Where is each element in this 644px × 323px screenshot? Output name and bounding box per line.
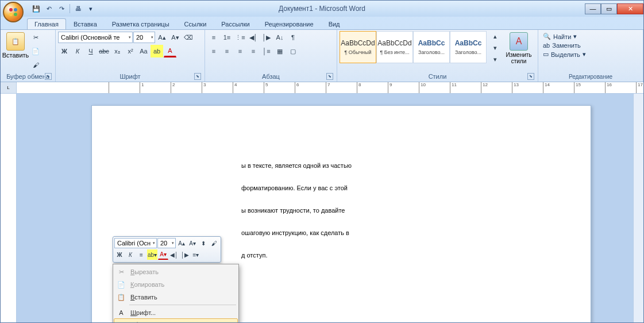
- mini-italic[interactable]: К: [125, 249, 136, 260]
- paragraph-launcher[interactable]: ⬊: [326, 73, 333, 80]
- qat-sep: [70, 4, 70, 13]
- bullets-button[interactable]: ≡: [207, 31, 220, 44]
- highlight-button[interactable]: ab: [151, 45, 163, 57]
- ribbon: 📋 Вставить ✂ 📄 🖌 Буфер обмена⬊ Calibri (…: [1, 29, 643, 82]
- tab-layout[interactable]: Разметка страницы: [105, 18, 177, 29]
- qat-save[interactable]: 💾: [30, 3, 42, 14]
- bold-button[interactable]: Ж: [58, 45, 71, 57]
- superscript-button[interactable]: x²: [124, 45, 137, 57]
- qat-undo[interactable]: ↶: [43, 3, 55, 14]
- shrink-font[interactable]: A▾: [169, 31, 182, 44]
- italic-button[interactable]: К: [71, 45, 84, 57]
- styles-more[interactable]: ▾: [489, 54, 502, 64]
- clipboard-launcher[interactable]: ⬊: [45, 73, 52, 80]
- context-menu-item[interactable]: AШрифт...: [114, 306, 237, 319]
- svg-point-0: [9, 8, 13, 11]
- align-center[interactable]: ≡: [221, 45, 233, 57]
- qat-redo[interactable]: ↷: [56, 3, 67, 14]
- mini-painter[interactable]: 🖌: [209, 238, 219, 248]
- numbering-button[interactable]: 1≡: [221, 31, 233, 44]
- font-launcher[interactable]: ⬊: [194, 73, 201, 80]
- tab-review[interactable]: Рецензирование: [257, 18, 321, 29]
- align-left[interactable]: ≡: [207, 45, 220, 57]
- sort-button[interactable]: A↓: [273, 31, 286, 44]
- underline-button[interactable]: Ч: [84, 45, 97, 57]
- line-spacing[interactable]: │≡: [260, 45, 273, 57]
- mini-dedent[interactable]: ◀│: [169, 249, 179, 260]
- tab-references[interactable]: Ссылки: [177, 18, 214, 29]
- mini-styles[interactable]: ⬍: [198, 238, 209, 248]
- styles-launcher[interactable]: ⬊: [527, 73, 534, 80]
- vertical-scrollbar[interactable]: [633, 94, 643, 322]
- cut-button[interactable]: ✂: [29, 31, 42, 44]
- copy-button[interactable]: 📄: [29, 45, 42, 57]
- decrease-indent[interactable]: ◀│: [247, 31, 260, 44]
- font-name-combo[interactable]: Calibri (Основной те▾: [58, 32, 133, 43]
- context-menu-item[interactable]: 📋Вставить: [114, 291, 237, 303]
- paste-button[interactable]: 📋 Вставить: [3, 31, 28, 60]
- svg-point-1: [14, 8, 17, 11]
- multilevel-button[interactable]: ⋮≡: [234, 31, 246, 44]
- increase-indent[interactable]: │▶: [260, 31, 273, 44]
- context-menu-icon: 📋: [115, 292, 127, 302]
- ribbon-tabs: Главная Вставка Разметка страницы Ссылки…: [1, 17, 643, 29]
- borders-button[interactable]: ▢: [287, 45, 299, 57]
- horizontal-ruler-area: L 1234567891011121314151617: [1, 82, 643, 94]
- window-controls: — ▭ ✕: [585, 3, 643, 14]
- tab-insert[interactable]: Вставка: [66, 18, 105, 29]
- qat-print[interactable]: 🖶: [72, 3, 84, 14]
- font-color-button[interactable]: A: [164, 45, 176, 57]
- styles-row-up[interactable]: ▴: [489, 31, 502, 41]
- find-button[interactable]: 🔍Найти ▾: [542, 32, 587, 41]
- find-icon: 🔍: [543, 33, 551, 40]
- mini-indent[interactable]: │▶: [180, 249, 190, 260]
- style-heading2[interactable]: AaBbCcЗаголово...: [450, 31, 487, 63]
- mini-size-combo[interactable]: 20▾: [157, 238, 176, 248]
- subscript-button[interactable]: x₂: [111, 45, 124, 57]
- mini-highlight[interactable]: ab▾: [147, 249, 157, 260]
- app-window: 💾 ↶ ↷ 🖶 ▾ Документ1 - Microsoft Word — ▭…: [0, 0, 644, 323]
- style-heading1[interactable]: AaBbCcЗаголово...: [413, 31, 450, 63]
- vertical-ruler[interactable]: [1, 94, 17, 322]
- mini-font-combo[interactable]: Calibri (Осн▾: [114, 238, 157, 248]
- context-menu-item[interactable]: ¶Абзац...: [114, 318, 238, 322]
- context-menu-icon: ¶: [115, 320, 127, 322]
- tab-mailings[interactable]: Рассылки: [214, 18, 257, 29]
- qat-customize[interactable]: ▾: [85, 3, 97, 14]
- context-menu-label: Копировать: [130, 281, 164, 288]
- window-title: Документ1 - Microsoft Word: [279, 5, 365, 13]
- shading-button[interactable]: ▦: [273, 45, 286, 57]
- mini-shrink[interactable]: A▾: [187, 238, 198, 248]
- office-button[interactable]: [3, 2, 24, 22]
- mini-bold[interactable]: Ж: [114, 249, 125, 260]
- font-size-combo[interactable]: 20▾: [133, 32, 155, 43]
- replace-button[interactable]: abЗаменить: [542, 41, 587, 49]
- tab-home[interactable]: Главная: [27, 18, 66, 29]
- align-right[interactable]: ≡: [234, 45, 246, 57]
- change-case[interactable]: Aa: [137, 45, 150, 57]
- mini-center[interactable]: ≡: [136, 249, 146, 260]
- maximize-button[interactable]: ▭: [601, 3, 617, 14]
- paste-icon: 📋: [6, 32, 25, 51]
- style-normal[interactable]: AaBbCcDd¶ Обычный: [340, 31, 376, 63]
- font-label: Шрифт⬊: [58, 72, 202, 80]
- close-button[interactable]: ✕: [617, 3, 643, 14]
- strike-button[interactable]: abc: [98, 45, 110, 57]
- tab-view[interactable]: Вид: [321, 18, 348, 29]
- grow-font[interactable]: A▴: [156, 31, 168, 44]
- show-marks[interactable]: ¶: [287, 31, 299, 44]
- format-painter[interactable]: 🖌: [29, 59, 42, 71]
- horizontal-ruler[interactable]: 1234567891011121314151617: [17, 82, 643, 93]
- mini-color[interactable]: A▾: [158, 249, 168, 260]
- replace-icon: ab: [543, 42, 550, 49]
- clear-format[interactable]: ⌫: [182, 31, 195, 44]
- ruler-corner[interactable]: L: [1, 82, 17, 93]
- mini-bullets[interactable]: ≡▾: [191, 249, 201, 260]
- styles-row-down[interactable]: ▾: [489, 43, 502, 53]
- align-justify[interactable]: ≡: [247, 45, 260, 57]
- change-styles[interactable]: A Изменить стили: [503, 31, 535, 66]
- mini-grow[interactable]: A▴: [176, 238, 187, 248]
- style-no-spacing[interactable]: AaBbCcDd¶ Без инте...: [376, 31, 413, 63]
- select-button[interactable]: ▭Выделить ▾: [542, 50, 587, 59]
- minimize-button[interactable]: —: [585, 3, 601, 14]
